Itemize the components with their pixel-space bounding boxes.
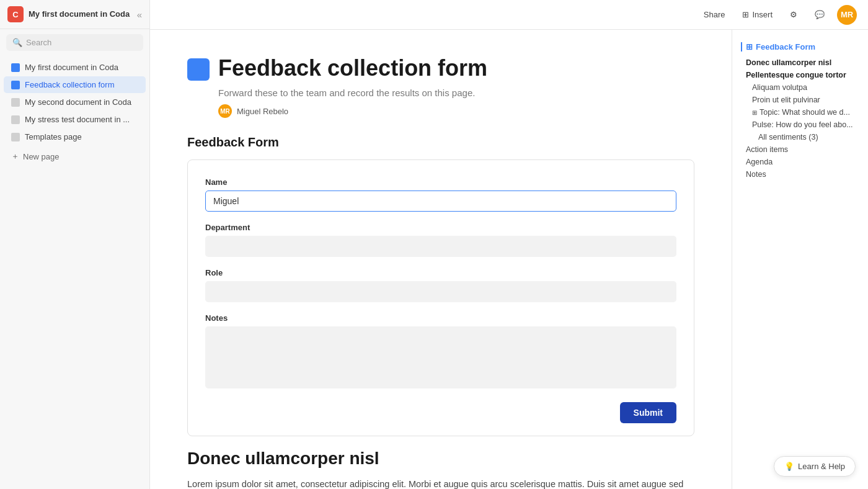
- learn-help-button[interactable]: 💡 Learn & Help: [774, 456, 856, 477]
- search-input[interactable]: [26, 38, 137, 47]
- notes-field: Notes: [205, 313, 676, 391]
- name-input[interactable]: [205, 191, 676, 212]
- page-icon: [187, 58, 210, 81]
- sidebar-header: C My first document in Coda «: [0, 0, 149, 29]
- form-actions: Submit: [205, 402, 676, 423]
- department-label: Department: [205, 223, 676, 232]
- toc-item-pulse[interactable]: Pulse: How do you feel abo...: [741, 119, 859, 131]
- author-row: MR Miguel Rebelo: [218, 104, 694, 118]
- insert-icon: ⊞: [742, 10, 749, 19]
- settings-button[interactable]: ⚙: [785, 7, 802, 22]
- sidebar-item-label: My second document in Coda: [25, 97, 131, 107]
- page-header: Feedback collection form: [187, 55, 694, 81]
- content-area: Feedback collection form Forward these t…: [150, 30, 868, 489]
- main-content: Feedback collection form Forward these t…: [150, 30, 732, 489]
- sidebar-item-label: My first document in Coda: [25, 63, 118, 72]
- page-icon: [11, 133, 20, 141]
- toc-item-sentiments[interactable]: All sentiments (3): [741, 131, 859, 143]
- page-icon: [11, 115, 20, 124]
- nav-items: My first document in Coda Feedback colle…: [0, 56, 149, 489]
- new-page-button[interactable]: ＋ New page: [4, 146, 146, 166]
- learn-help-label: Learn & Help: [798, 462, 845, 471]
- sidebar-item-stress-test[interactable]: My stress test document in ...: [4, 111, 146, 128]
- notes-label: Notes: [205, 313, 676, 323]
- toc-item-notes[interactable]: Notes: [741, 168, 859, 181]
- topbar: Share ⊞ Insert ⚙ 💬 MR: [150, 0, 868, 30]
- page-icon: [11, 98, 20, 107]
- sidebar-item-label: Feedback collection form: [25, 80, 115, 89]
- author-name: Miguel Rebelo: [237, 107, 288, 116]
- name-label: Name: [205, 177, 676, 187]
- sidebar-item-second-doc[interactable]: My second document in Coda: [4, 94, 146, 110]
- search-icon: 🔍: [12, 38, 22, 47]
- comments-button[interactable]: 💬: [810, 7, 830, 22]
- comment-icon: 💬: [815, 10, 825, 19]
- sidebar-item-templates[interactable]: Templates page: [4, 128, 146, 145]
- toc-item-donec[interactable]: Donec ullamcorper nisl: [741, 56, 859, 69]
- page-icon: [11, 81, 20, 89]
- feedback-form-container: Name Department Role Notes Submit: [187, 159, 694, 436]
- page-icon: [11, 63, 20, 72]
- toc-item-aliquam[interactable]: Aliquam volutpa: [741, 81, 859, 94]
- right-panel: ⊞ Feedback Form Donec ullamcorper nisl P…: [732, 30, 868, 489]
- toc-item-proin[interactable]: Proin ut elit pulvinar: [741, 94, 859, 106]
- avatar-initials: MR: [841, 10, 853, 19]
- share-button[interactable]: Share: [699, 7, 730, 22]
- plus-icon: ＋: [11, 151, 19, 162]
- submit-button[interactable]: Submit: [620, 402, 676, 423]
- sidebar: C My first document in Coda « 🔍 My first…: [0, 0, 150, 489]
- sidebar-doc-title: My first document in Coda: [29, 9, 130, 20]
- body-text: Lorem ipsum dolor sit amet, consectetur …: [187, 477, 694, 489]
- role-field: Role: [205, 268, 676, 302]
- form-toc-icon: ⊞: [746, 42, 753, 52]
- page-title: Feedback collection form: [218, 55, 487, 81]
- form-section-title: Feedback Form: [187, 135, 694, 150]
- insert-button[interactable]: ⊞ Insert: [737, 7, 777, 22]
- new-page-label: New page: [23, 152, 60, 161]
- body-heading: Donec ullamcorper nisl: [187, 449, 694, 469]
- main-wrap: Share ⊞ Insert ⚙ 💬 MR Feedback collectio…: [150, 0, 868, 489]
- collapse-sidebar-button[interactable]: «: [137, 9, 142, 20]
- table-icon: ⊞: [752, 109, 757, 116]
- lightbulb-icon: 💡: [784, 462, 794, 471]
- gear-icon: ⚙: [790, 10, 797, 19]
- search-bar: 🔍: [6, 34, 143, 51]
- author-avatar: MR: [218, 104, 232, 118]
- insert-label: Insert: [752, 10, 773, 19]
- department-input[interactable]: [205, 236, 676, 257]
- sidebar-item-first-doc[interactable]: My first document in Coda: [4, 59, 146, 76]
- sidebar-item-feedback-form[interactable]: Feedback collection form: [4, 76, 146, 93]
- sidebar-item-label: My stress test document in ...: [25, 115, 130, 124]
- toc-item-pellentesque[interactable]: Pellentesque congue tortor: [741, 69, 859, 81]
- toc-item-topic: ⊞ Topic: What should we d...: [741, 106, 859, 119]
- role-label: Role: [205, 268, 676, 277]
- department-field: Department: [205, 223, 676, 257]
- notes-textarea[interactable]: [205, 326, 676, 388]
- toc-item-action-items[interactable]: Action items: [741, 143, 859, 156]
- share-label: Share: [704, 10, 725, 19]
- toc-active-label: Feedback Form: [756, 42, 815, 52]
- toc-active-item[interactable]: ⊞ Feedback Form: [741, 42, 859, 52]
- role-input[interactable]: [205, 281, 676, 302]
- coda-logo: C: [7, 6, 24, 22]
- name-field: Name: [205, 177, 676, 212]
- avatar[interactable]: MR: [837, 5, 857, 25]
- sidebar-item-label: Templates page: [25, 132, 82, 141]
- toc-item-agenda[interactable]: Agenda: [741, 156, 859, 168]
- page-subtitle: Forward these to the team and record the…: [218, 87, 694, 98]
